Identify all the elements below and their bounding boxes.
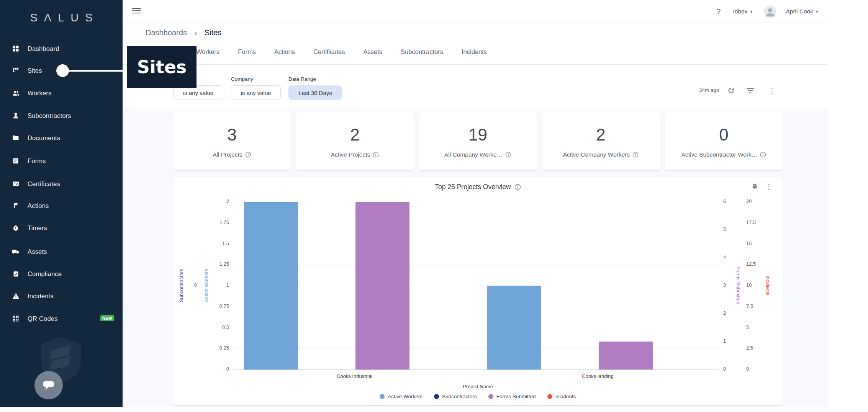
user-menu[interactable]: April Cook ▾ bbox=[786, 8, 818, 15]
axis-tick: 3 bbox=[723, 282, 726, 288]
tab-workers[interactable]: Workers bbox=[196, 48, 219, 56]
tab-assets[interactable]: Assets bbox=[364, 48, 383, 56]
breadcrumb-dashboards[interactable]: Dashboards bbox=[146, 28, 187, 37]
sidebar-item-incidents[interactable]: Incidents bbox=[0, 288, 123, 304]
more-options-icon[interactable]: ⋮ bbox=[768, 87, 776, 95]
axis-title-active-workers: Active Workers bbox=[203, 263, 209, 309]
gridline bbox=[233, 307, 719, 307]
tab-incidents[interactable]: Incidents bbox=[462, 48, 487, 56]
sidebar-item-label: Documents bbox=[28, 134, 60, 142]
legend-item-active-workers[interactable]: Active Workers bbox=[380, 394, 423, 399]
filter-chip-date-range[interactable]: Last 30 Days bbox=[288, 85, 342, 100]
sidebar-item-assets[interactable]: Assets bbox=[0, 244, 123, 260]
axis-tick: 6 bbox=[723, 198, 726, 204]
chart-card: Top 25 Projects Overview ⋮ Project bbox=[173, 178, 783, 405]
info-icon[interactable] bbox=[514, 184, 521, 190]
dashboard-icon bbox=[11, 44, 20, 53]
legend-dot bbox=[488, 394, 493, 399]
refresh-icon[interactable] bbox=[727, 87, 735, 95]
legend-dot bbox=[380, 394, 385, 399]
avatar[interactable] bbox=[764, 5, 776, 18]
axis-tick: 2 bbox=[723, 310, 726, 316]
certificates-icon bbox=[11, 180, 20, 188]
inbox-label: Inbox bbox=[733, 8, 748, 15]
filter-label: Company bbox=[231, 76, 253, 82]
axis-tick: 0.75 bbox=[210, 303, 229, 309]
sidebar-item-actions[interactable]: Actions bbox=[0, 198, 123, 214]
inbox-menu[interactable]: Inbox ▾ bbox=[733, 8, 753, 15]
info-icon[interactable] bbox=[245, 152, 251, 158]
stat-card[interactable]: 2 Active Company Workers bbox=[542, 112, 660, 170]
chevron-down-icon: ▾ bbox=[816, 9, 818, 14]
x-axis-title: Project Name bbox=[173, 384, 783, 389]
info-icon[interactable] bbox=[632, 152, 639, 158]
info-icon[interactable] bbox=[373, 152, 379, 158]
legend-item-subcontractors[interactable]: Subcontractors bbox=[434, 394, 477, 399]
sidebar-item-timers[interactable]: Timers bbox=[0, 220, 123, 236]
x-category-label: Cooks landing bbox=[582, 373, 613, 379]
sidebar-item-certificates[interactable]: Certificates bbox=[0, 176, 123, 192]
bar-active-workers-cooks-industrial[interactable] bbox=[244, 202, 298, 369]
sidebar-item-label: Compliance bbox=[28, 270, 62, 278]
axis-title-forms-submitted: Forms Submitted bbox=[735, 263, 741, 309]
sidebar-item-qr-codes[interactable]: QR CodesNEW bbox=[0, 311, 123, 327]
sidebar-item-label: Workers bbox=[28, 90, 52, 97]
chart-more-options-icon[interactable]: ⋮ bbox=[765, 182, 773, 191]
info-icon[interactable] bbox=[505, 152, 511, 158]
axis-tick: 12.5 bbox=[746, 261, 756, 267]
stat-label: Active Projects bbox=[331, 151, 370, 158]
tab-forms[interactable]: Forms bbox=[238, 48, 256, 56]
sidebar-item-forms[interactable]: Forms bbox=[0, 153, 123, 169]
breadcrumb-separator: › bbox=[194, 28, 197, 37]
stat-value: 0 bbox=[719, 125, 728, 144]
legend-item-incidents[interactable]: Incidents bbox=[547, 394, 576, 399]
axis-tick: 0.5 bbox=[210, 324, 229, 330]
info-icon[interactable] bbox=[760, 152, 766, 158]
bar-forms-submitted-cooks-landing[interactable] bbox=[599, 342, 653, 369]
stat-card[interactable]: 3 All Projects bbox=[173, 112, 291, 170]
axis-tick: 17.5 bbox=[746, 219, 756, 225]
chat-bubble-button[interactable] bbox=[34, 371, 63, 399]
stat-cards-row: 3 All Projects 2 Active Projects 19 All … bbox=[173, 112, 783, 170]
sidebar: SΛLUS Dashboard Sites Workers Subcontrac… bbox=[0, 0, 123, 407]
sidebar-item-label: Dashboard bbox=[28, 45, 59, 52]
breadcrumb: Dashboards › Sites bbox=[146, 28, 221, 37]
stat-label: All Company Worke… bbox=[444, 151, 503, 158]
axis-tick: 5 bbox=[746, 324, 749, 330]
gridline bbox=[233, 223, 719, 223]
stat-card[interactable]: 2 Active Projects bbox=[296, 112, 414, 170]
dashboard-tabs: WorkersFormsActionsCertificatesAssetsSub… bbox=[196, 48, 487, 56]
axis-tick: 1.25 bbox=[210, 261, 229, 267]
bar-forms-submitted-cooks-industrial[interactable] bbox=[355, 202, 409, 369]
sidebar-item-compliance[interactable]: Compliance bbox=[0, 266, 123, 282]
sidebar-item-workers[interactable]: Workers bbox=[0, 85, 123, 101]
sidebar-item-label: Incidents bbox=[28, 293, 54, 300]
stat-value: 2 bbox=[596, 125, 605, 144]
tab-actions[interactable]: Actions bbox=[274, 48, 295, 56]
sidebar-item-label: Timers bbox=[28, 224, 47, 232]
sidebar-item-label: Subcontractors bbox=[28, 112, 71, 119]
qr-codes-icon bbox=[11, 314, 20, 323]
user-name: April Cook bbox=[786, 8, 813, 15]
stat-card[interactable]: 19 All Company Worke… bbox=[419, 112, 537, 170]
sidebar-item-documents[interactable]: Documents bbox=[0, 130, 123, 146]
bar-active-workers-cooks-landing[interactable] bbox=[487, 286, 541, 369]
sites-callout: Sites bbox=[127, 46, 197, 88]
axis-tick: 0 bbox=[746, 366, 749, 372]
axis-tick: 0 bbox=[188, 282, 197, 288]
stat-card[interactable]: 0 Active Subcontractor Work… bbox=[665, 112, 783, 170]
sidebar-item-subcontractors[interactable]: Subcontractors bbox=[0, 108, 123, 124]
sidebar-item-dashboard[interactable]: Dashboard bbox=[0, 41, 123, 57]
alert-bell-icon[interactable] bbox=[751, 183, 758, 190]
help-icon[interactable]: ? bbox=[716, 7, 721, 16]
legend-item-forms-submitted[interactable]: Forms Submitted bbox=[488, 394, 536, 399]
filter-chip-company[interactable]: is any value bbox=[231, 85, 281, 100]
bar-chart-plot bbox=[233, 202, 719, 369]
tab-subcontractors[interactable]: Subcontractors bbox=[401, 48, 443, 56]
filter-icon[interactable] bbox=[746, 87, 755, 94]
menu-hamburger-icon[interactable] bbox=[132, 8, 141, 15]
legend-dot bbox=[434, 394, 439, 399]
actions-icon bbox=[11, 201, 20, 210]
callout-connector-line bbox=[66, 70, 128, 72]
tab-certificates[interactable]: Certificates bbox=[313, 48, 345, 56]
